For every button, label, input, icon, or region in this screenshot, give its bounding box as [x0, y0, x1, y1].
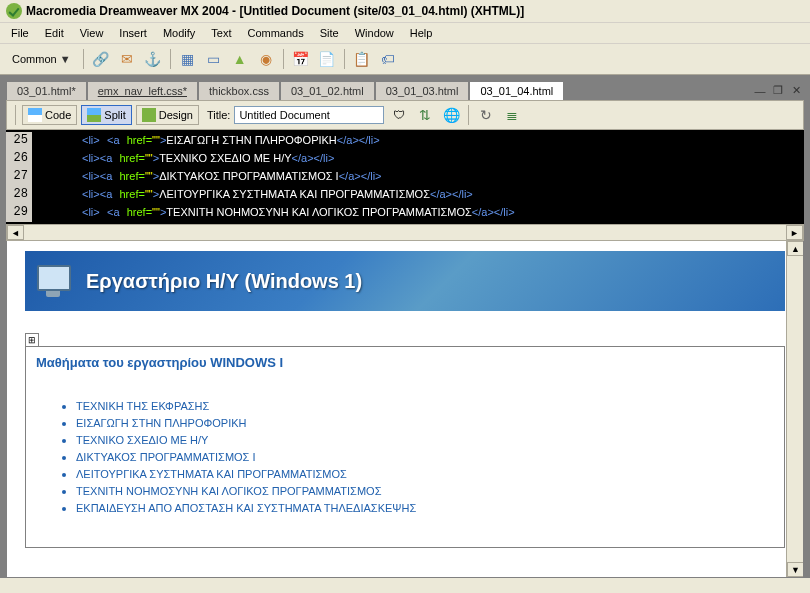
code-line[interactable]: 29<li> <a href="">ΤΕΧΝΙΤΗ ΝΟΗΜΟΣΥΝΗ ΚΑΙ … [6, 204, 804, 222]
line-number: 25 [6, 132, 32, 150]
code-line[interactable]: 27<li><a href="">ΔΙΚΤΥΑΚΟΣ ΠΡΟΓΡΑΜΜΑΤΙΣΜ… [6, 168, 804, 186]
comment-icon[interactable]: 📄 [316, 48, 338, 70]
scroll-right-button[interactable]: ► [786, 225, 803, 240]
code-line[interactable]: 26<li><a href="">ΤΕΧΝΙΚΟ ΣΧΕΔΙΟ ΜΕ Η/Υ</… [6, 150, 804, 168]
document-tabs: 03_01.html* emx_nav_left.css* thickbox.c… [6, 81, 564, 100]
link-list: ΤΕΧΝΙΚΗ ΤΗΣ ΕΚΦΡΑΣΗΣΕΙΣΑΓΩΓΗ ΣΤΗΝ ΠΛΗΡΟΦ… [36, 398, 774, 517]
separator [344, 49, 345, 69]
menu-file[interactable]: File [4, 25, 36, 41]
separator [283, 49, 284, 69]
refresh-icon[interactable]: ↻ [475, 104, 497, 126]
insert-toolbar: Common ▼ 🔗 ✉ ⚓ ▦ ▭ ▲ ◉ 📅 📄 📋 🏷 [0, 44, 810, 75]
split-icon [87, 108, 101, 122]
banner-text: Εργαστήριο Η/Υ (Windows 1) [86, 270, 362, 293]
hyperlink-icon[interactable]: 🔗 [90, 48, 112, 70]
titlebar: Macromedia Dreamweaver MX 2004 - [Untitl… [0, 0, 810, 23]
app-icon [6, 3, 22, 19]
code-horizontal-scrollbar[interactable]: ◄ ► [6, 224, 804, 241]
line-number: 28 [6, 186, 32, 204]
list-item[interactable]: ΤΕΧΝΙΚΗ ΤΗΣ ΕΚΦΡΑΣΗΣ [76, 398, 774, 415]
separator [468, 105, 469, 125]
code-icon [28, 108, 42, 122]
code-line[interactable]: 25<li> <a href="">ΕΙΣΑΓΩΓΗ ΣΤΗΝ ΠΛΗΡΟΦΟΡ… [6, 132, 804, 150]
content-box[interactable]: ⊞ Μαθήματα του εργαστηρίου WINDOWS I ΤΕΧ… [25, 346, 785, 548]
scroll-up-button[interactable]: ▲ [787, 241, 804, 256]
template-icon[interactable]: 📋 [351, 48, 373, 70]
element-handle-icon[interactable]: ⊞ [25, 333, 39, 347]
tag-chooser-icon[interactable]: 🏷 [377, 48, 399, 70]
minimize-button[interactable]: — [752, 84, 768, 98]
section-title: Μαθήματα του εργαστηρίου WINDOWS I [36, 355, 774, 370]
design-vertical-scrollbar[interactable]: ▲ ▼ [786, 241, 803, 577]
link-text: ΤΕΧΝΙΚΗ ΤΗΣ ΕΚΦΡΑΣΗΣ [76, 400, 209, 412]
line-number: 26 [6, 150, 32, 168]
split-view-button[interactable]: Split [81, 105, 131, 125]
layer-icon[interactable]: ▭ [203, 48, 225, 70]
link-text: ΛΕΙΤΟΥΡΓΙΚΑ ΣΥΣΤΗΜΑΤΑ ΚΑΙ ΠΡΟΓΡΑΜΜΑΤΙΣΜΟ… [76, 468, 347, 480]
tab-03-01-02[interactable]: 03_01_02.html [280, 81, 375, 100]
page-banner: Εργαστήριο Η/Υ (Windows 1) [25, 251, 785, 311]
list-item[interactable]: ΛΕΙΤΟΥΡΓΙΚΑ ΣΥΣΤΗΜΑΤΑ ΚΑΙ ΠΡΟΓΡΑΜΜΑΤΙΣΜΟ… [76, 466, 774, 483]
tab-thickbox[interactable]: thickbox.css [198, 81, 280, 100]
code-view-button[interactable]: Code [22, 105, 77, 125]
menu-window[interactable]: Window [348, 25, 401, 41]
insert-category[interactable]: Common ▼ [6, 51, 77, 67]
view-options-icon[interactable]: ≣ [501, 104, 523, 126]
line-number: 29 [6, 204, 32, 222]
menu-site[interactable]: Site [313, 25, 346, 41]
list-item[interactable]: ΤΕΧΝΙΚΟ ΣΧΕΔΙΟ ΜΕ Η/Υ [76, 432, 774, 449]
line-number: 27 [6, 168, 32, 186]
link-text: ΤΕΧΝΙΚΟ ΣΧΕΔΙΟ ΜΕ Η/Υ [76, 434, 208, 446]
window-controls: — ❐ ✕ [752, 84, 804, 98]
scroll-left-button[interactable]: ◄ [7, 225, 24, 240]
menu-insert[interactable]: Insert [112, 25, 154, 41]
design-pane[interactable]: Εργαστήριο Η/Υ (Windows 1) ⊞ Μαθήματα το… [6, 241, 804, 578]
window-title: Macromedia Dreamweaver MX 2004 - [Untitl… [26, 4, 524, 18]
menu-help[interactable]: Help [403, 25, 440, 41]
link-text: ΔΙΚΤΥΑΚΟΣ ΠΡΟΓΡΑΜΜΑΤΙΣΜΟΣ I [76, 451, 256, 463]
menu-text[interactable]: Text [204, 25, 238, 41]
menu-edit[interactable]: Edit [38, 25, 71, 41]
menu-commands[interactable]: Commands [240, 25, 310, 41]
image-icon[interactable]: ▲ [229, 48, 251, 70]
document-area: 03_01.html* emx_nav_left.css* thickbox.c… [0, 75, 810, 578]
tab-03-01-04[interactable]: 03_01_04.html [469, 81, 564, 100]
link-text: ΤΕΧΝΙΤΗ ΝΟΗΜΟΣΥΝΗ ΚΑΙ ΛΟΓΙΚΟΣ ΠΡΟΓΡΑΜΜΑΤ… [76, 485, 381, 497]
separator [83, 49, 84, 69]
list-item[interactable]: ΔΙΚΤΥΑΚΟΣ ΠΡΟΓΡΑΜΜΑΤΙΣΜΟΣ I [76, 449, 774, 466]
anchor-icon[interactable]: ⚓ [142, 48, 164, 70]
monitor-icon [35, 265, 71, 297]
code-pane[interactable]: 25<li> <a href="">ΕΙΣΑΓΩΓΗ ΣΤΗΝ ΠΛΗΡΟΦΟΡ… [6, 130, 804, 224]
separator [15, 105, 16, 125]
scroll-down-button[interactable]: ▼ [787, 562, 804, 577]
file-management-icon[interactable]: ⇅ [414, 104, 436, 126]
title-label: Title: [207, 109, 230, 121]
code-line[interactable]: 28<li><a href="">ΛΕΙΤΟΥΡΓΙΚΑ ΣΥΣΤΗΜΑΤΑ Κ… [6, 186, 804, 204]
menu-modify[interactable]: Modify [156, 25, 202, 41]
menu-view[interactable]: View [73, 25, 111, 41]
tab-nav-css[interactable]: emx_nav_left.css* [87, 81, 198, 100]
link-text: ΕΙΣΑΓΩΓΗ ΣΤΗΝ ΠΛΗΡΟΦΟΡΙΚΗ [76, 417, 246, 429]
title-input[interactable] [234, 106, 384, 124]
list-item[interactable]: ΕΙΣΑΓΩΓΗ ΣΤΗΝ ΠΛΗΡΟΦΟΡΙΚΗ [76, 415, 774, 432]
preview-icon[interactable]: 🌐 [440, 104, 462, 126]
restore-button[interactable]: ❐ [770, 84, 786, 98]
link-text: ΕΚΠΑΙΔΕΥΣΗ ΑΠΟ ΑΠΟΣΤΑΣΗ ΚΑΙ ΣΥΣΤΗΜΑΤΑ ΤΗ… [76, 502, 416, 514]
design-icon [142, 108, 156, 122]
separator [170, 49, 171, 69]
table-icon[interactable]: ▦ [177, 48, 199, 70]
validate-icon[interactable]: 🛡 [388, 104, 410, 126]
list-item[interactable]: ΤΕΧΝΙΤΗ ΝΟΗΜΟΣΥΝΗ ΚΑΙ ΛΟΓΙΚΟΣ ΠΡΟΓΡΑΜΜΑΤ… [76, 483, 774, 500]
tab-03-01-03[interactable]: 03_01_03.html [375, 81, 470, 100]
media-icon[interactable]: ◉ [255, 48, 277, 70]
tab-03-01[interactable]: 03_01.html* [6, 81, 87, 100]
close-button[interactable]: ✕ [788, 84, 804, 98]
date-icon[interactable]: 📅 [290, 48, 312, 70]
menubar: File Edit View Insert Modify Text Comman… [0, 23, 810, 44]
email-link-icon[interactable]: ✉ [116, 48, 138, 70]
list-item[interactable]: ΕΚΠΑΙΔΕΥΣΗ ΑΠΟ ΑΠΟΣΤΑΣΗ ΚΑΙ ΣΥΣΤΗΜΑΤΑ ΤΗ… [76, 500, 774, 517]
view-toolbar: Code Split Design Title: 🛡 ⇅ 🌐 ↻ ≣ [6, 100, 804, 130]
design-view-button[interactable]: Design [136, 105, 199, 125]
